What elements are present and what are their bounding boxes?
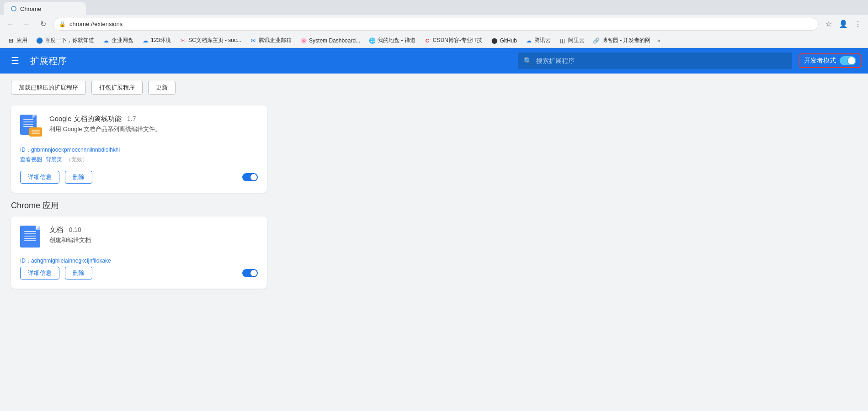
nav-bar: ← → ↻ 🔒 chrome://extensions ☆ 👤 ⋮ [0,15,868,33]
back-button[interactable]: ← [4,18,16,31]
bookmark-tencent-mail[interactable]: ✉ 腾讯企业邮箱 [246,35,295,46]
bookmarks-bar: ⊞ 应用 🔵 百度一下，你就知道 ☁ 企业网盘 ☁ 123环境 ✂ SC文档库主… [0,33,868,48]
address-bar[interactable]: 🔒 chrome://extensions [53,18,819,31]
bookmark-label: 企业网盘 [112,37,133,44]
app-icon [20,226,42,248]
hamburger-icon[interactable]: ☰ [7,52,23,70]
dashboard-icon: 🌸 [300,37,307,44]
extensions-page: ☰ 扩展程序 🔍 开发者模式 加载已解压的扩展程序 打包扩展程序 更新 [0,48,868,411]
github-icon: ⬤ [490,37,498,44]
bookmark-my-place[interactable]: 🌐 我的地盘 - 禅道 [365,35,419,46]
forward-button[interactable]: → [20,18,33,31]
cnblogs-icon: 🔗 [593,37,600,44]
tab-title: Chrome [20,5,41,12]
ext-name: Google 文档的离线功能 1.7 [49,115,258,123]
invalid-label: （无效） [66,156,88,163]
bookmark-system-dashboard[interactable]: 🌸 System Dashboard... [296,35,364,46]
load-unpacked-button[interactable]: 加载已解压的扩展程序 [11,81,86,95]
bookmark-button[interactable]: ☆ [822,18,835,31]
ext-toggle[interactable] [242,173,258,181]
bookmark-qiyepan[interactable]: ☁ 企业网盘 [99,35,137,46]
app-remove-button[interactable]: 删除 [65,267,92,279]
dev-mode-toggle[interactable] [840,56,856,65]
search-bar[interactable]: 🔍 [518,53,792,69]
ext-toolbar: 加载已解压的扩展程序 打包扩展程序 更新 [0,74,868,102]
details-button[interactable]: 详细信息 [20,171,59,184]
bookmark-label: 腾讯云 [534,37,551,44]
pack-extension-button[interactable]: 打包扩展程序 [91,81,143,95]
chrome-apps-heading: Chrome 应用 [11,200,857,211]
bookmark-label: 博客园 - 开发者的网 [602,37,651,44]
app-card-header: 文档 0.10 创建和编辑文档 [20,226,258,252]
bookmark-label: 阿里云 [568,37,585,44]
dev-mode-label: 开发者模式 [804,57,836,65]
bookmark-apps[interactable]: ⊞ 应用 [4,35,31,46]
ext-info: Google 文档的离线功能 1.7 利用 Google 文档产品系列离线编辑文… [49,115,258,141]
bookmark-baidu[interactable]: 🔵 百度一下，你就知道 [32,35,98,46]
ext-actions: 详细信息 删除 [20,171,258,184]
app-toggle[interactable] [242,269,258,277]
extensions-header: ☰ 扩展程序 🔍 开发者模式 [0,48,868,74]
baidu-icon: 🔵 [36,37,43,44]
ext-links: 查看视图 背景页 （无效） [20,156,258,163]
active-tab[interactable]: Chrome [4,2,86,15]
address-text: chrome://extensions [69,21,122,27]
menu-button[interactable]: ⋮ [852,18,864,31]
app-card-docs: 文档 0.10 创建和编辑文档 ID：aohghmighlieiainnegkc… [11,216,267,289]
app-name: 文档 0.10 [49,226,258,234]
qiyepan-icon: ☁ [102,37,110,44]
view-views-link[interactable]: 查看视图 [20,156,42,163]
bookmark-label: CSDN博客-专业IT技 [433,37,483,44]
dev-mode-section: 开发者模式 [799,53,861,68]
bookmark-label: System Dashboard... [309,37,360,44]
ext-content: Google 文档的离线功能 1.7 利用 Google 文档产品系列离线编辑文… [0,102,868,411]
app-actions: 详细信息 删除 [20,267,258,279]
bookmark-tencent-cloud[interactable]: ☁ 腾讯云 [522,35,554,46]
search-icon: 🔍 [523,57,533,65]
bookmark-cnblogs[interactable]: 🔗 博客园 - 开发者的网 [589,35,655,46]
bookmark-label: 应用 [16,37,27,44]
more-bookmarks[interactable]: » [657,37,660,44]
bookmark-sc[interactable]: ✂ SC文档库主页 - suc... [176,35,245,46]
bookmark-label: SC文档库主页 - suc... [188,37,241,44]
mail-icon: ✉ [250,37,257,44]
app-details-button[interactable]: 详细信息 [20,267,59,279]
sc-icon: ✂ [179,37,186,44]
tab-bar: Chrome [0,0,868,15]
ext-id: ID：ghbmnnjooekpmoecnnnilnnbdlolhkhi [20,146,258,154]
bookmark-aliyun[interactable]: ◫ 阿里云 [555,35,588,46]
ext-version: 1.7 [127,115,136,122]
bookmark-label: 腾讯企业邮箱 [259,37,292,44]
app-desc: 创建和编辑文档 [49,236,258,244]
csdn-icon: C [424,37,431,44]
tcloud-icon: ☁ [525,37,533,44]
remove-button[interactable]: 删除 [65,171,92,184]
myplace-icon: 🌐 [368,37,376,44]
ext-card-header: Google 文档的离线功能 1.7 利用 Google 文档产品系列离线编辑文… [20,115,258,141]
123-icon: ☁ [142,37,149,44]
page-title: 扩展程序 [30,55,511,67]
bookmark-label: 百度一下，你就知道 [45,37,94,44]
app-id: ID：aohghmighlieiainnegkcijnfilokake [20,257,258,265]
bookmark-github[interactable]: ⬤ GitHub [487,35,520,46]
search-input[interactable] [536,57,787,64]
ext-desc: 利用 Google 文档产品系列离线编辑文件。 [49,125,258,133]
update-button[interactable]: 更新 [148,81,176,95]
bookmark-label: GitHub [500,37,517,44]
extension-card-google-docs: Google 文档的离线功能 1.7 利用 Google 文档产品系列离线编辑文… [11,105,267,193]
tab-favicon [11,6,16,11]
ext-icon [20,115,42,137]
background-page-link[interactable]: 背景页 [46,156,62,163]
bookmark-label: 123环境 [151,37,171,44]
apps-icon: ⊞ [7,37,15,44]
bookmark-123[interactable]: ☁ 123环境 [138,35,175,46]
nav-actions: ☆ 👤 ⋮ [822,18,864,31]
app-info: 文档 0.10 创建和编辑文档 [49,226,258,252]
reload-button[interactable]: ↻ [37,18,49,31]
bookmark-csdn[interactable]: C CSDN博客-专业IT技 [420,35,486,46]
profile-button[interactable]: 👤 [837,18,850,31]
app-version: 0.10 [69,226,81,233]
aliyun-icon: ◫ [559,37,566,44]
bookmark-label: 我的地盘 - 禅道 [378,37,415,44]
security-icon: 🔒 [59,21,66,27]
